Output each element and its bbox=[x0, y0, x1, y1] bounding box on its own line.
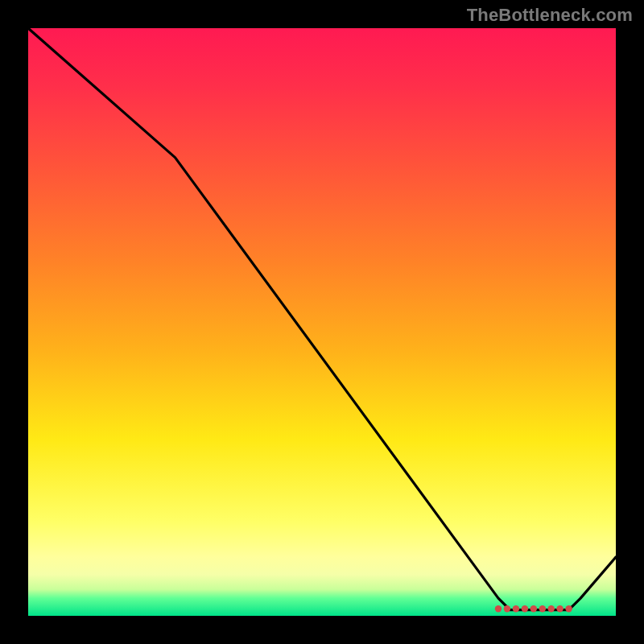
marker-dot bbox=[522, 605, 528, 612]
marker-dot bbox=[513, 605, 519, 612]
marker-dot bbox=[530, 605, 537, 612]
chart-line bbox=[28, 28, 616, 610]
chart-svg bbox=[28, 28, 616, 616]
marker-dot bbox=[556, 605, 563, 612]
chart-frame: TheBottleneck.com bbox=[0, 0, 644, 644]
marker-group bbox=[495, 605, 572, 612]
marker-dot bbox=[548, 605, 555, 612]
marker-dot bbox=[495, 605, 502, 612]
plot-area bbox=[28, 28, 616, 616]
marker-dot bbox=[565, 605, 572, 612]
marker-dot bbox=[504, 605, 510, 612]
marker-dot bbox=[539, 605, 546, 612]
attribution-text: TheBottleneck.com bbox=[467, 5, 633, 26]
